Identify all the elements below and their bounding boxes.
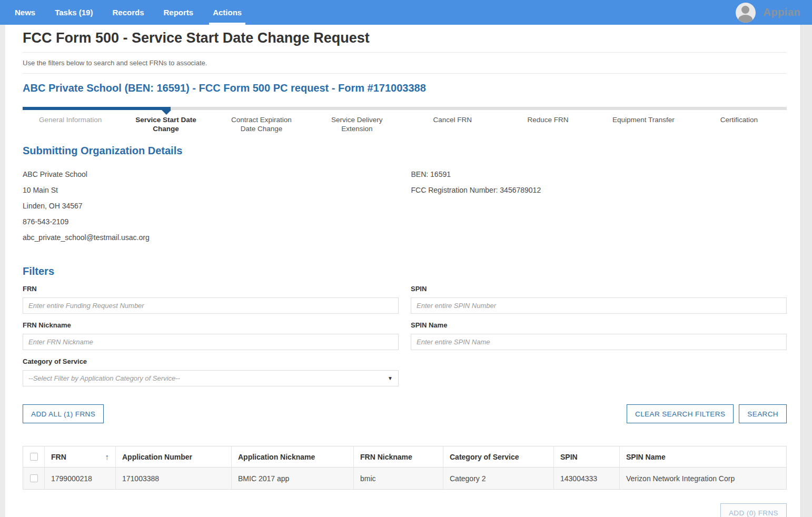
- avatar-person-icon: [741, 6, 749, 14]
- select-all-checkbox-cell: [23, 446, 44, 468]
- column-header-spin-name[interactable]: SPIN Name: [619, 446, 786, 468]
- sort-ascending-icon: ↑: [105, 452, 110, 461]
- nav-item-tasks[interactable]: Tasks (19): [55, 0, 93, 25]
- nav-item-label: Records: [112, 8, 144, 17]
- appian-logo: Appian: [763, 6, 800, 18]
- nav-item-label: Tasks (19): [55, 8, 93, 17]
- column-header-application-nickname[interactable]: Application Nickname: [231, 446, 353, 468]
- nav-item-label: News: [15, 8, 35, 17]
- row-checkbox-cell: [23, 468, 44, 489]
- organization-name: ABC Private School: [23, 166, 399, 182]
- cell-application-number: 171003388: [115, 468, 231, 489]
- nav-item-actions[interactable]: Actions: [213, 0, 242, 25]
- organization-ben: BEN: 16591: [411, 166, 787, 182]
- stepper-progress-track: [23, 107, 787, 110]
- organization-address-line1: 10 Main St: [23, 182, 399, 198]
- nav-item-reports[interactable]: Reports: [163, 0, 193, 25]
- column-header-application-number[interactable]: Application Number: [115, 446, 231, 468]
- step-equipment-transfer[interactable]: Equipment Transfer: [596, 115, 691, 133]
- vertical-scrollbar[interactable]: [800, 25, 812, 517]
- category-of-service-label: Category of Service: [23, 357, 399, 365]
- organization-phone: 876-543-2109: [23, 214, 399, 230]
- cell-frn-nickname: bmic: [353, 468, 443, 489]
- top-navigation: News Tasks (19) Records Reports Actions …: [0, 0, 812, 25]
- main-content: FCC Form 500 - Service Start Date Change…: [23, 30, 787, 517]
- avatar-person-icon: [738, 15, 752, 23]
- search-button[interactable]: SEARCH: [739, 404, 787, 423]
- spacer: [104, 404, 627, 423]
- spin-label: SPIN: [411, 285, 787, 293]
- add-all-frns-button[interactable]: ADD ALL (1) FRNS: [23, 404, 104, 423]
- category-of-service-select[interactable]: --Select Filter by Application Category …: [23, 370, 399, 386]
- add-selected-frns-button[interactable]: ADD (0) FRNS: [720, 503, 787, 517]
- form-heading: ABC Private School (BEN: 16591) - FCC Fo…: [23, 74, 787, 107]
- step-service-delivery-extension[interactable]: Service Delivery Extension: [309, 115, 404, 133]
- wizard-stepper: General Information Service Start Date C…: [23, 107, 787, 133]
- left-gutter: [0, 25, 5, 517]
- chevron-down-icon: ▼: [388, 375, 393, 381]
- frn-results-table: FRN ↑ Application Number Application Nic…: [23, 446, 787, 490]
- page-title: FCC Form 500 - Service Start Date Change…: [23, 30, 787, 46]
- step-general-information[interactable]: General Information: [23, 115, 118, 133]
- nav-item-label: Actions: [213, 8, 242, 17]
- column-header-frn-nickname[interactable]: FRN Nickname: [353, 446, 443, 468]
- frn-label: FRN: [23, 285, 399, 293]
- cell-category-of-service: Category 2: [443, 468, 553, 489]
- filters-heading: Filters: [23, 265, 787, 277]
- current-step-caret-icon: [162, 110, 171, 115]
- filters-section: Filters FRN SPIN FRN Nickname SPIN Name …: [23, 265, 787, 423]
- step-service-start-date-change[interactable]: Service Start Date Change: [118, 115, 213, 133]
- select-all-checkbox[interactable]: [30, 453, 38, 461]
- instructions-text: Use the filters below to search and sele…: [23, 53, 787, 73]
- step-certification[interactable]: Certification: [691, 115, 787, 133]
- nav-item-label: Reports: [163, 8, 193, 17]
- step-reduce-frn[interactable]: Reduce FRN: [500, 115, 596, 133]
- nav-item-news[interactable]: News: [15, 0, 35, 25]
- cell-application-nickname: BMIC 2017 app: [231, 468, 353, 489]
- frn-nickname-label: FRN Nickname: [23, 321, 399, 329]
- organization-fcc-registration: FCC Registration Number: 3456789012: [411, 182, 787, 198]
- spin-name-label: SPIN Name: [411, 321, 787, 329]
- frn-nickname-input[interactable]: [23, 334, 399, 350]
- organization-email: abc_private_school@testmail.usac.org: [23, 230, 399, 245]
- user-avatar[interactable]: [736, 3, 756, 23]
- nav-item-records[interactable]: Records: [112, 0, 144, 25]
- step-cancel-frn[interactable]: Cancel FRN: [405, 115, 500, 133]
- spin-input[interactable]: [411, 297, 787, 314]
- cell-spin: 143004333: [553, 468, 619, 489]
- stepper-progress-fill: [23, 107, 171, 110]
- column-header-spin[interactable]: SPIN: [553, 446, 619, 468]
- step-contract-expiration-date-change[interactable]: Contract Expiration Date Change: [214, 115, 309, 133]
- column-header-category-of-service[interactable]: Category of Service: [443, 446, 553, 468]
- cell-frn: 1799000218: [44, 468, 115, 489]
- organization-details-section: Submitting Organization Details ABC Priv…: [23, 145, 787, 245]
- cell-spin-name: Verizon Network Integration Corp: [619, 468, 786, 489]
- clear-search-filters-button[interactable]: CLEAR SEARCH FILTERS: [627, 404, 734, 423]
- category-of-service-selected-value: --Select Filter by Application Category …: [28, 374, 388, 382]
- row-checkbox[interactable]: [30, 474, 38, 482]
- column-header-label: FRN: [51, 453, 66, 461]
- organization-address-line2: Linden, OH 34567: [23, 198, 399, 214]
- spin-name-input[interactable]: [411, 334, 787, 350]
- organization-details-heading: Submitting Organization Details: [23, 145, 787, 157]
- frn-input[interactable]: [23, 297, 399, 314]
- active-tab-underline: [209, 23, 245, 25]
- column-header-frn[interactable]: FRN ↑: [44, 446, 115, 468]
